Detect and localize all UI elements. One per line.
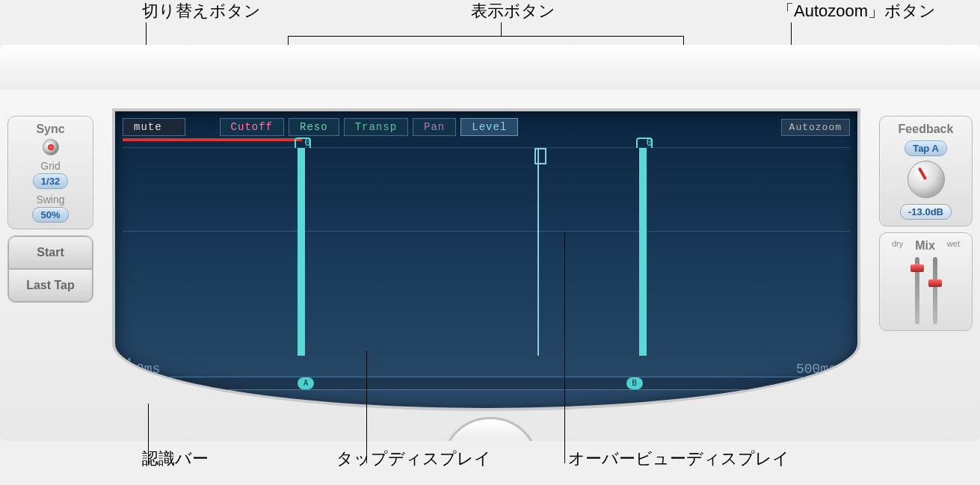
- overview-cursor[interactable]: [537, 148, 539, 356]
- left-panel: Sync Grid 1/32 Swing 50% Start Last Tap: [7, 116, 93, 309]
- view-reso-button[interactable]: Reso: [289, 118, 339, 136]
- mute-toggle-button[interactable]: mute: [123, 118, 185, 136]
- plugin-window: Sync Grid 1/32 Swing 50% Start Last Tap …: [0, 45, 980, 441]
- time-signature: 4 4: [124, 358, 132, 380]
- swing-label: Swing: [13, 194, 88, 206]
- feedback-tap-select[interactable]: Tap A: [905, 140, 947, 156]
- mix-group: dry Mix wet: [879, 232, 973, 331]
- start-button[interactable]: Start: [8, 236, 93, 269]
- callout-idbar-label: 認識バー: [142, 448, 209, 470]
- dry-fader[interactable]: [915, 257, 919, 324]
- transport-group: Start Last Tap: [7, 235, 93, 303]
- callout-row-top: 切り替えボタン 表示ボタン 「Autozoom」ボタン: [0, 0, 980, 45]
- callout-tapdisplay-label: タップディスプレイ: [336, 448, 491, 470]
- tap-pad[interactable]: Tap: [442, 417, 539, 441]
- autozoom-button[interactable]: Autozoom: [781, 119, 850, 136]
- overview-tap-a[interactable]: A: [298, 377, 314, 389]
- grid-value[interactable]: 1/32: [33, 173, 68, 189]
- view-pan-button[interactable]: Pan: [413, 118, 456, 136]
- callout-toggle-label: 切り替えボタン: [142, 0, 261, 22]
- callout-line: [501, 22, 502, 36]
- feedback-label: Feedback: [884, 123, 967, 136]
- timeline-start: 0ms: [136, 362, 160, 377]
- overview-display[interactable]: A B: [136, 377, 836, 390]
- dry-label: dry: [892, 239, 903, 253]
- tap-b-bar[interactable]: [639, 148, 647, 356]
- tap-a-value: 0: [304, 136, 310, 148]
- view-transp-button[interactable]: Transp: [344, 118, 408, 136]
- mix-label: Mix: [915, 239, 935, 253]
- right-panel: Feedback Tap A -13.0dB dry Mix wet: [879, 116, 973, 337]
- sync-group: Sync Grid 1/32 Swing 50%: [7, 116, 93, 229]
- display-inner: mute Cutoff Reso Transp Pan Level Autozo…: [123, 117, 850, 393]
- view-level-button[interactable]: Level: [460, 118, 518, 136]
- feedback-knob[interactable]: [907, 161, 945, 198]
- tap-b-value: 0: [647, 136, 653, 148]
- timeline-end: 500ms: [796, 362, 836, 377]
- swing-value[interactable]: 50%: [32, 207, 68, 223]
- wet-fader[interactable]: [933, 257, 937, 324]
- tap-display[interactable]: mute Cutoff Reso Transp Pan Level Autozo…: [112, 108, 860, 411]
- callout-line: [564, 232, 565, 463]
- callout-autozoom-label: 「Autozoom」ボタン: [777, 0, 936, 22]
- last-tap-button[interactable]: Last Tap: [8, 269, 93, 302]
- sync-toggle[interactable]: [43, 139, 59, 155]
- identify-bar[interactable]: [123, 138, 302, 141]
- tap-a-bar[interactable]: [298, 148, 305, 356]
- callout-line: [366, 351, 367, 463]
- view-tab-row: mute Cutoff Reso Transp Pan Level Autozo…: [123, 117, 850, 137]
- feedback-group: Feedback Tap A -13.0dB: [879, 116, 973, 226]
- callout-row-bottom: 認識バー タップディスプレイ オーバービューディスプレイ: [0, 448, 980, 485]
- view-cutoff-button[interactable]: Cutoff: [220, 118, 284, 136]
- callout-view-label: 表示ボタン: [471, 0, 555, 22]
- overview-tap-b[interactable]: B: [626, 377, 643, 389]
- sync-label: Sync: [13, 123, 88, 136]
- callout-bracket-view: [288, 36, 684, 37]
- feedback-db-value[interactable]: -13.0dB: [900, 204, 952, 220]
- wet-label: wet: [947, 239, 960, 253]
- graph-area[interactable]: 0 0: [123, 147, 850, 356]
- grid-label: Grid: [13, 160, 88, 172]
- callout-overview-label: オーバービューディスプレイ: [568, 448, 789, 470]
